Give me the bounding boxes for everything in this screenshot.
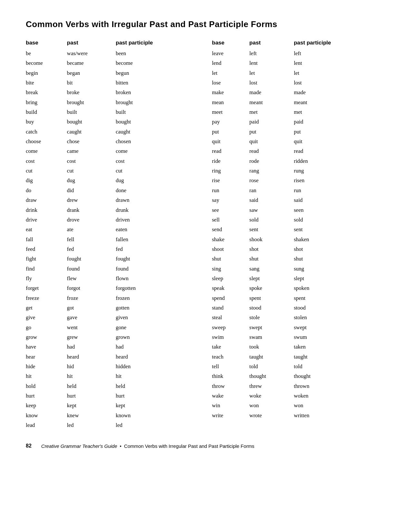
table-cell: given — [116, 313, 199, 322]
table-cell: be — [26, 49, 67, 58]
table-cell: rise — [212, 176, 250, 185]
table-row: writewrotewritten — [212, 411, 386, 420]
table-cell: kept — [67, 401, 116, 410]
table-cell: sing — [212, 264, 250, 274]
table-row: dodiddone — [26, 186, 199, 195]
table-row: growgrewgrown — [26, 332, 199, 342]
table-cell: shaken — [294, 235, 385, 244]
table-cell: had — [116, 342, 199, 352]
right-table: base past past participle leaveleftleftl… — [212, 39, 386, 420]
table-cell: send — [212, 225, 250, 234]
table-row: fightfoughtfought — [26, 254, 199, 264]
table-cell: told — [294, 362, 385, 371]
table-cell: bitten — [116, 78, 199, 88]
table-row: speakspokespoken — [212, 283, 386, 293]
table-cell: ride — [212, 156, 250, 166]
table-cell: become — [26, 58, 67, 68]
table-cell: flew — [67, 274, 116, 283]
left-table: base past past participle bewas/werebeen… — [26, 39, 199, 430]
table-row: throwthrewthrown — [212, 381, 386, 391]
table-cell: drunk — [116, 205, 199, 215]
table-cell: paid — [250, 117, 294, 127]
table-cell: fly — [26, 274, 67, 283]
table-cell: feed — [26, 244, 67, 254]
table-cell: break — [26, 88, 67, 97]
table-row: hithithit — [26, 371, 199, 381]
table-cell: wake — [212, 391, 250, 401]
table-cell: told — [250, 362, 294, 371]
table-row: makemademade — [212, 88, 386, 97]
table-cell: built — [67, 107, 116, 117]
table-cell: taught — [294, 352, 385, 362]
table-cell: met — [294, 107, 385, 117]
table-cell: sang — [250, 264, 294, 274]
table-cell: cut — [67, 166, 116, 176]
table-cell: heard — [67, 352, 116, 362]
table-row: loselostlost — [212, 78, 386, 88]
footer-subtitle: Common Verbs with Irregular Past and Pas… — [124, 443, 254, 449]
table-cell: put — [294, 127, 385, 137]
table-cell: lent — [250, 58, 294, 68]
table-cell: hear — [26, 352, 67, 362]
table-cell: think — [212, 371, 250, 381]
table-row: runranrun — [212, 186, 386, 195]
table-row: letletlet — [212, 68, 386, 78]
table-cell: give — [26, 313, 67, 322]
table-cell: thrown — [294, 381, 385, 391]
table-cell: stand — [212, 303, 250, 313]
table-row: buyboughtbought — [26, 117, 199, 127]
table-row: spendspentspent — [212, 293, 386, 303]
table-row: singsangsung — [212, 264, 386, 274]
table-cell: hidden — [116, 362, 199, 371]
table-cell: dug — [67, 176, 116, 185]
table-cell: throw — [212, 381, 250, 391]
table-cell: ran — [250, 186, 294, 195]
table-cell: meet — [212, 107, 250, 117]
table-cell: win — [212, 401, 250, 410]
table-cell: became — [67, 58, 116, 68]
table-cell: left — [294, 49, 385, 58]
table-cell: had — [67, 342, 116, 352]
table-cell: said — [294, 195, 385, 205]
table-cell: have — [26, 342, 67, 352]
table-cell: built — [116, 107, 199, 117]
table-cell: won — [250, 401, 294, 410]
table-cell: cost — [116, 156, 199, 166]
table-cell: put — [212, 127, 250, 137]
table-cell: cost — [26, 156, 67, 166]
table-row: choosechosechosen — [26, 137, 199, 146]
table-cell: shut — [250, 254, 294, 264]
table-cell: do — [26, 186, 67, 195]
table-cell: froze — [67, 293, 116, 303]
table-cell: speak — [212, 283, 250, 293]
table-cell: hurt — [67, 391, 116, 401]
tables-container: base past past participle bewas/werebeen… — [26, 39, 385, 430]
table-cell: kept — [116, 401, 199, 410]
table-cell: drink — [26, 205, 67, 215]
table-cell: sell — [212, 215, 250, 225]
table-cell: lost — [294, 78, 385, 88]
table-cell: stole — [250, 313, 294, 322]
table-cell: quit — [212, 137, 250, 146]
table-cell: hold — [26, 381, 67, 391]
table-cell: found — [67, 264, 116, 274]
footer-book: Creative Grammar Teacher's Guide — [41, 443, 117, 449]
table-row: rideroderidden — [212, 156, 386, 166]
table-row: meetmetmet — [212, 107, 386, 117]
table-row: getgotgotten — [26, 303, 199, 313]
table-cell: fed — [67, 244, 116, 254]
table-cell: held — [116, 381, 199, 391]
table-cell: drew — [67, 195, 116, 205]
table-cell: broke — [67, 88, 116, 97]
table-cell: spoken — [294, 283, 385, 293]
table-cell: lose — [212, 78, 250, 88]
table-cell: caught — [67, 127, 116, 137]
table-cell: eaten — [116, 225, 199, 234]
table-row: forgetforgotforgotten — [26, 283, 199, 293]
table-row: beginbeganbegun — [26, 68, 199, 78]
table-cell: bring — [26, 98, 67, 107]
table-cell: taken — [294, 342, 385, 352]
table-cell: lost — [250, 78, 294, 88]
table-cell: run — [294, 186, 385, 195]
table-cell: heard — [116, 352, 199, 362]
